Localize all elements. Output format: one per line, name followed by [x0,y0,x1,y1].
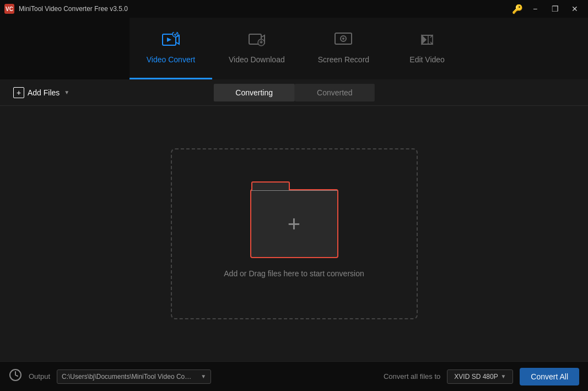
convert-all-to-label: Convert all files to [384,372,440,381]
toolbar: + Add Files ▼ Converting Converted [0,79,588,106]
output-path-select[interactable]: C:\Users\bj\Documents\MiniTool Video Con… [57,369,211,384]
svg-point-1 [172,32,178,37]
output-path-value: C:\Users\bj\Documents\MiniTool Video Con… [62,373,194,381]
folder-icon-wrapper[interactable]: + [250,189,338,258]
nav-item-video-convert-label: Video Convert [147,55,195,64]
minimize-button[interactable]: − [526,3,544,15]
nav-item-screen-record[interactable]: Screen Record [301,18,386,79]
tab-converting[interactable]: Converting [213,84,295,101]
folder-body: + [250,189,338,258]
plus-icon: + [288,213,300,235]
format-value: XVID SD 480P [454,373,498,381]
key-icon[interactable]: 🔑 [511,3,524,15]
main-content: + Add or Drag files here to start conver… [0,106,588,361]
format-select[interactable]: XVID SD 480P ▼ [447,369,513,384]
folder-divider [251,190,337,191]
nav-items: Video Convert Video Download [130,18,588,79]
nav-item-edit-video[interactable]: Edit Video [386,18,468,79]
drop-zone-text: Add or Drag files here to start conversi… [224,269,364,278]
output-path-dropdown-arrow: ▼ [201,373,206,379]
add-files-icon: + [13,87,24,98]
drop-zone[interactable]: + Add or Drag files here to start conver… [171,148,418,319]
app-title: MiniTool Video Converter Free v3.5.0 [19,5,128,13]
tab-converted[interactable]: Converted [295,84,375,101]
nav-item-screen-record-label: Screen Record [318,55,369,64]
folder-tab [251,181,290,190]
window-controls: 🔑 − ❐ ✕ [511,3,584,15]
convert-all-button[interactable]: Convert All [520,368,579,385]
nav-item-video-convert[interactable]: Video Convert [130,18,212,79]
nav-item-video-download-label: Video Download [229,55,285,64]
nav-bar: Video Convert Video Download [0,18,588,79]
title-bar: VC MiniTool Video Converter Free v3.5.0 … [0,0,588,18]
close-button[interactable]: ✕ [566,3,584,15]
screen-record-icon [335,32,352,51]
video-convert-icon [162,32,180,51]
nav-sidebar [0,18,130,79]
restore-button[interactable]: ❐ [546,3,564,15]
svg-point-6 [342,38,344,40]
format-dropdown-arrow: ▼ [500,373,506,379]
status-bar: Output C:\Users\bj\Documents\MiniTool Vi… [0,361,588,391]
title-bar-left: VC MiniTool Video Converter Free v3.5.0 [4,4,128,14]
nav-item-edit-video-label: Edit Video [409,55,445,64]
output-label: Output [29,372,50,381]
add-files-dropdown-arrow: ▼ [64,89,69,95]
add-files-button[interactable]: + Add Files ▼ [9,85,74,100]
edit-video-icon [419,32,435,51]
video-download-icon [249,32,265,51]
nav-item-video-download[interactable]: Video Download [212,18,301,79]
add-files-label: Add Files [28,88,60,97]
app-logo-text: VC [6,6,13,12]
clock-icon [9,368,22,385]
tab-group: Converting Converted [213,84,374,101]
app-logo: VC [4,4,14,14]
